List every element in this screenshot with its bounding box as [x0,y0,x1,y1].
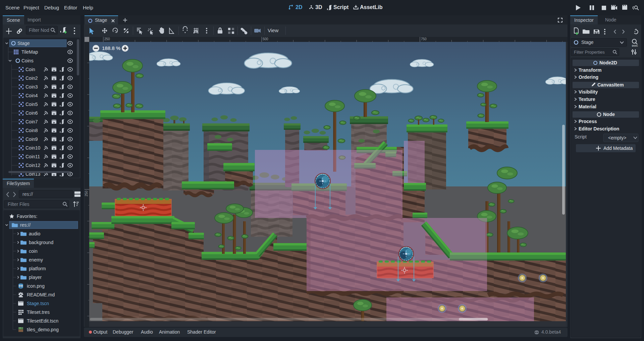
svg-text:250: 250 [85,191,88,196]
svg-text:250: 250 [104,37,110,41]
svg-text:Coin7: Coin7 [25,119,38,124]
svg-text:player: player [29,275,42,280]
svg-text:Material: Material [579,104,596,109]
svg-text:Process: Process [579,119,597,124]
svg-text:188.8 %: 188.8 % [102,45,120,51]
svg-text:Texture: Texture [579,97,595,102]
svg-text:res://: res:// [20,222,31,228]
svg-text:Favorites:: Favorites: [17,214,37,219]
svg-text:coin: coin [29,248,38,254]
svg-text:background: background [29,240,53,245]
svg-text:README.md: README.md [27,292,55,297]
svg-text:500: 500 [263,37,268,41]
svg-text:Coin12: Coin12 [25,163,41,168]
svg-text:audio: audio [29,231,40,236]
svg-text:Stage: Stage [17,41,30,46]
svg-text:Transform: Transform [579,67,601,73]
svg-text:Coin5: Coin5 [25,102,38,107]
svg-text:Coin10: Coin10 [25,145,41,151]
svg-text:Coins: Coins [21,58,34,63]
svg-text:Visibility: Visibility [579,89,598,95]
svg-text:Coin2: Coin2 [25,75,38,81]
svg-text:Coin3: Coin3 [25,84,38,90]
svg-text:TilesetEdit.tscn: TilesetEdit.tscn [27,318,58,324]
svg-text:CanvasItem: CanvasItem [597,82,624,88]
svg-text:Node2D: Node2D [599,60,617,65]
svg-text:Coin6: Coin6 [25,110,38,116]
svg-text:tiles_demo.png: tiles_demo.png [27,327,59,332]
svg-text:Coin8: Coin8 [25,128,38,133]
svg-text:Ordering: Ordering [579,74,598,80]
svg-text:Node: Node [603,112,615,117]
svg-text:Editor Description: Editor Description [579,126,619,131]
svg-text:icon.png: icon.png [27,283,45,289]
svg-text:Coin4: Coin4 [25,93,38,98]
svg-text:DOC: DOC [632,44,638,47]
svg-text:Script: Script [575,134,587,139]
svg-text:enemy: enemy [29,257,43,263]
svg-text:TileMap: TileMap [21,49,38,55]
svg-text:Coin: Coin [25,67,35,72]
svg-text:platform: platform [29,266,46,271]
svg-text:Coin11: Coin11 [25,154,40,159]
svg-text:750: 750 [421,37,427,41]
svg-text:<empty>: <empty> [608,135,626,140]
svg-text:View: View [268,27,278,33]
svg-text:Add Metadata: Add Metadata [603,146,633,151]
svg-text:Tileset.tres: Tileset.tres [27,309,50,315]
svg-text:Coin9: Coin9 [25,136,38,142]
svg-text:Stage.tscn: Stage.tscn [27,301,49,306]
